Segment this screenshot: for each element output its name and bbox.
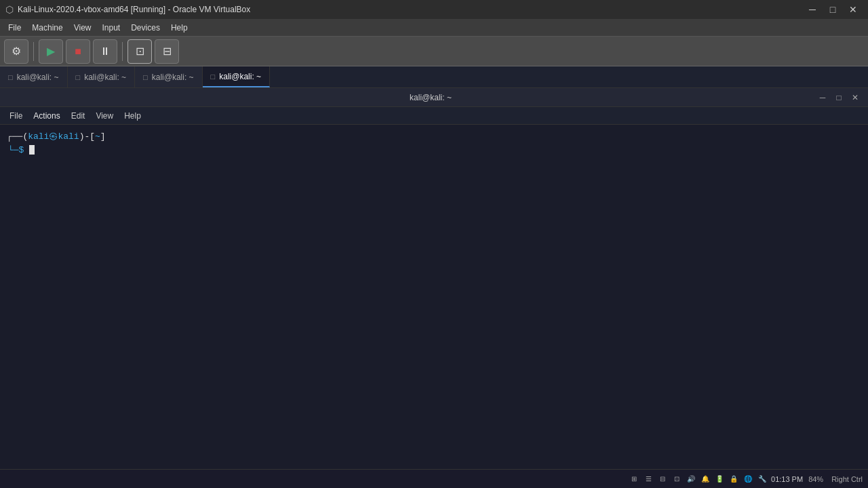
inner-titlebar-controls: ─ □ ✕ bbox=[815, 92, 863, 104]
tab-4[interactable]: □ kali@kali: ~ bbox=[203, 66, 271, 87]
tab-4-label: kali@kali: ~ bbox=[219, 72, 261, 81]
tray-icon-3[interactable]: ⊟ bbox=[656, 473, 669, 485]
tray-icon-1[interactable]: ⊞ bbox=[628, 473, 640, 485]
titlebar-controls: ─ □ ✕ bbox=[803, 3, 863, 16]
prompt-line-1: ┌──(kali㉿kali)-[~] bbox=[7, 130, 861, 144]
tray-icon-7[interactable]: 🔒 bbox=[728, 473, 740, 485]
tray-icon-4[interactable]: ⊡ bbox=[671, 473, 683, 485]
terminal-menu-edit[interactable]: Edit bbox=[66, 110, 91, 122]
tabs-bar: □ kali@kali: ~ □ kali@kali: ~ □ kali@kal… bbox=[0, 66, 868, 88]
toolbar-snapshot-button[interactable]: ⊡ bbox=[127, 39, 152, 64]
inner-minimize-button[interactable]: ─ bbox=[815, 92, 830, 104]
terminal-menu-file[interactable]: File bbox=[4, 110, 28, 122]
prompt-dollar: └─$ bbox=[8, 144, 29, 157]
tray-icon-5[interactable]: 🔊 bbox=[685, 473, 697, 485]
vbox-menu-input[interactable]: Input bbox=[97, 22, 126, 34]
taskbar-time: 01:13 PM bbox=[771, 475, 803, 483]
toolbar-settings-button[interactable]: ⚙ bbox=[4, 39, 28, 64]
tray-icons: ⊞ ☰ ⊟ ⊡ 🔊 🔔 🔋 🔒 🌐 🔧 bbox=[628, 473, 768, 485]
prompt-dir-close: ] bbox=[100, 130, 106, 144]
right-ctrl-label: Right Ctrl bbox=[831, 475, 863, 483]
minimize-button[interactable]: ─ bbox=[803, 3, 822, 16]
terminal-menu-actions[interactable]: Actions bbox=[28, 110, 65, 122]
terminal-content[interactable]: ┌──(kali㉿kali)-[~] └─$ bbox=[0, 125, 868, 488]
toolbar-pause-button[interactable]: ⏸ bbox=[93, 39, 117, 64]
terminal-cursor bbox=[29, 145, 35, 155]
toolbar-separator-2 bbox=[122, 42, 123, 61]
tab-2[interactable]: □ kali@kali: ~ bbox=[68, 66, 136, 87]
tray-icon-6[interactable]: 🔔 bbox=[699, 473, 711, 485]
battery-icon[interactable]: 🔋 bbox=[713, 473, 726, 485]
tab-1[interactable]: □ kali@kali: ~ bbox=[0, 66, 68, 87]
battery-percent: 84% bbox=[808, 475, 823, 483]
terminal-menubar: File Actions Edit View Help bbox=[0, 107, 868, 125]
titlebar-left: ⬡ Kali-Linux-2020.4-vbox-amd64 [Running]… bbox=[5, 4, 250, 15]
toolbar: ⚙ ▶ ■ ⏸ ⊡ ⊟ bbox=[0, 37, 868, 66]
terminal-menu-view[interactable]: View bbox=[90, 110, 119, 122]
vbox-menu-machine[interactable]: Machine bbox=[26, 22, 68, 34]
vbox-icon: ⬡ bbox=[5, 4, 14, 15]
vbox-menu-help[interactable]: Help bbox=[165, 22, 193, 34]
inner-maximize-button[interactable]: □ bbox=[831, 92, 846, 104]
terminal-menu-help[interactable]: Help bbox=[119, 110, 146, 122]
titlebar: ⬡ Kali-Linux-2020.4-vbox-amd64 [Running]… bbox=[0, 0, 868, 19]
tray-icon-9[interactable]: 🔧 bbox=[756, 473, 768, 485]
tab-2-icon: □ bbox=[76, 73, 81, 81]
toolbar-stop-button[interactable]: ■ bbox=[66, 39, 90, 64]
vbox-menu-file[interactable]: File bbox=[3, 22, 26, 34]
tab-4-icon: □ bbox=[211, 73, 216, 81]
prompt-dir-open: )-[ bbox=[79, 130, 95, 144]
prompt-username: kali㉿kali bbox=[28, 130, 79, 144]
inner-titlebar: kali@kali: ~ ─ □ ✕ bbox=[0, 88, 868, 107]
tab-3[interactable]: □ kali@kali: ~ bbox=[135, 66, 203, 87]
prompt-directory: ~ bbox=[95, 130, 100, 144]
tab-3-icon: □ bbox=[143, 73, 148, 81]
tab-2-label: kali@kali: ~ bbox=[84, 73, 126, 82]
inner-close-button[interactable]: ✕ bbox=[848, 92, 863, 104]
inner-titlebar-title: kali@kali: ~ bbox=[46, 93, 815, 102]
tab-1-icon: □ bbox=[8, 73, 13, 81]
tab-3-label: kali@kali: ~ bbox=[152, 73, 194, 82]
close-button[interactable]: ✕ bbox=[844, 3, 863, 16]
toolbar-discard-button[interactable]: ⊟ bbox=[155, 39, 179, 64]
tray-icon-2[interactable]: ☰ bbox=[642, 473, 654, 485]
maximize-button[interactable]: □ bbox=[823, 3, 842, 16]
vbox-menu-view[interactable]: View bbox=[68, 22, 97, 34]
prompt-open: ┌──( bbox=[7, 130, 28, 144]
inner-terminal-window: kali@kali: ~ ─ □ ✕ File Actions Edit Vie… bbox=[0, 88, 868, 488]
toolbar-start-button[interactable]: ▶ bbox=[39, 39, 63, 64]
taskbar: ⊞ ☰ ⊟ ⊡ 🔊 🔔 🔋 🔒 🌐 🔧 01:13 PM 84% Right C… bbox=[0, 469, 868, 488]
prompt-line-2: └─$ bbox=[7, 144, 861, 157]
vbox-menubar: File Machine View Input Devices Help bbox=[0, 19, 868, 37]
tray-icon-8[interactable]: 🌐 bbox=[742, 473, 754, 485]
titlebar-title: Kali-Linux-2020.4-vbox-amd64 [Running] -… bbox=[18, 5, 250, 14]
tab-1-label: kali@kali: ~ bbox=[17, 73, 59, 82]
toolbar-separator-1 bbox=[33, 42, 34, 61]
vbox-menu-devices[interactable]: Devices bbox=[125, 22, 165, 34]
